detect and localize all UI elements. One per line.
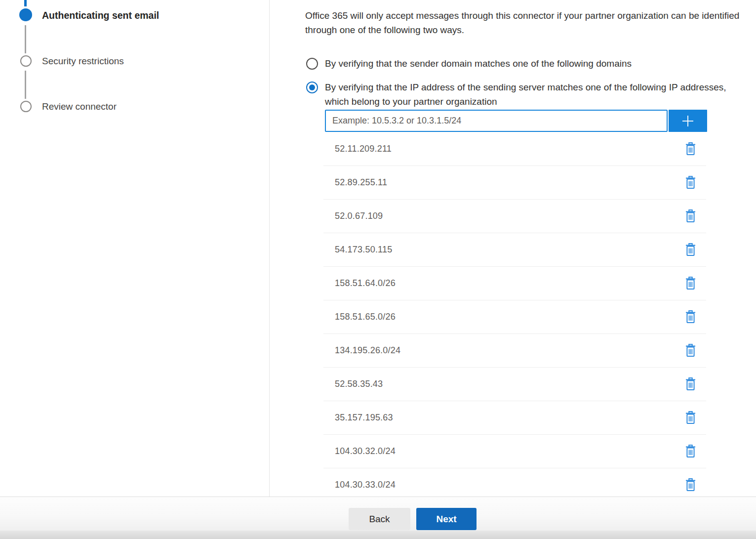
trash-icon (685, 310, 696, 324)
step-connector-top (24, 0, 27, 6)
radio-option-sender-domain[interactable]: By verifying that the sender domain matc… (306, 58, 632, 71)
step-label-review: Review connector (42, 101, 117, 113)
step-circle-review (20, 101, 32, 112)
radio-dot (309, 84, 315, 90)
ip-value: 35.157.195.63 (335, 413, 393, 423)
radio-option-sender-domain-label: By verifying that the sender domain matc… (325, 56, 632, 71)
ip-row: 52.58.35.43 (323, 368, 706, 401)
ip-value: 52.11.209.211 (335, 144, 392, 154)
delete-ip-button[interactable] (683, 140, 698, 158)
ip-row: 35.157.195.63 (323, 401, 706, 435)
trash-icon (685, 411, 696, 424)
ip-value: 52.58.35.43 (335, 379, 383, 389)
delete-ip-button[interactable] (683, 476, 698, 494)
delete-ip-button[interactable] (683, 308, 698, 326)
trash-icon (685, 377, 696, 391)
ip-value: 52.89.255.11 (335, 177, 387, 188)
ip-value: 158.51.64.0/26 (335, 278, 396, 289)
ip-row: 158.51.65.0/26 (323, 300, 706, 334)
ip-list: 52.11.209.211 52.89.255.11 (323, 132, 706, 502)
ip-value: 104.30.33.0/24 (335, 480, 396, 490)
delete-ip-button[interactable] (683, 275, 698, 292)
trash-icon (685, 277, 696, 290)
step-circle-security (20, 55, 32, 67)
next-button[interactable]: Next (416, 508, 477, 530)
delete-ip-button[interactable] (683, 375, 698, 393)
intro-text: Office 365 will only accept messages thr… (305, 8, 754, 37)
plus-icon (680, 113, 696, 129)
trash-icon (685, 478, 696, 492)
delete-ip-button[interactable] (683, 207, 698, 225)
ip-value: 104.30.32.0/24 (335, 446, 396, 456)
ip-value: 52.0.67.109 (335, 211, 383, 221)
ip-row: 54.173.50.115 (323, 233, 706, 267)
ip-row: 104.30.32.0/24 (323, 435, 706, 468)
radio-option-ip-address[interactable]: By verifying that the IP address of the … (306, 82, 729, 109)
delete-ip-button[interactable] (683, 443, 698, 460)
radio-option-ip-address-label: By verifying that the IP address of the … (325, 80, 729, 109)
wizard-stepper: Authenticating sent email Security restr… (0, 0, 269, 497)
delete-ip-button[interactable] (683, 342, 698, 359)
trash-icon (685, 142, 696, 156)
ip-address-input[interactable] (325, 110, 668, 132)
trash-icon (685, 243, 696, 256)
ip-value: 134.195.26.0/24 (335, 345, 400, 356)
trash-icon (685, 176, 696, 189)
delete-ip-button[interactable] (683, 174, 698, 191)
delete-ip-button[interactable] (683, 409, 698, 426)
add-ip-button[interactable] (669, 110, 707, 132)
step-label-security: Security restrictions (42, 55, 124, 67)
ip-row: 52.89.255.11 (323, 166, 706, 200)
ip-value: 54.173.50.115 (335, 245, 392, 255)
ip-row: 134.195.26.0/24 (323, 334, 706, 368)
radio-unselected-icon[interactable] (306, 58, 318, 70)
main-content: Office 365 will only accept messages thr… (305, 0, 756, 497)
ip-row: 52.11.209.211 (323, 132, 706, 166)
radio-selected-icon[interactable] (306, 82, 318, 93)
back-button[interactable]: Back (349, 508, 410, 530)
delete-ip-button[interactable] (683, 241, 698, 258)
trash-icon (685, 344, 696, 357)
bottom-strip (0, 531, 756, 539)
ip-row: 158.51.64.0/26 (323, 267, 706, 300)
step-circle-authenticating (19, 8, 32, 21)
ip-entry-row (325, 110, 707, 132)
step-label-authenticating: Authenticating sent email (42, 9, 159, 21)
trash-icon (685, 209, 696, 223)
trash-icon (685, 445, 696, 458)
step-connector (25, 25, 26, 53)
ip-value: 158.51.65.0/26 (335, 312, 396, 322)
step-connector (25, 71, 26, 99)
wizard-sidebar: Authenticating sent email Security restr… (0, 0, 270, 497)
ip-row: 52.0.67.109 (323, 200, 706, 233)
